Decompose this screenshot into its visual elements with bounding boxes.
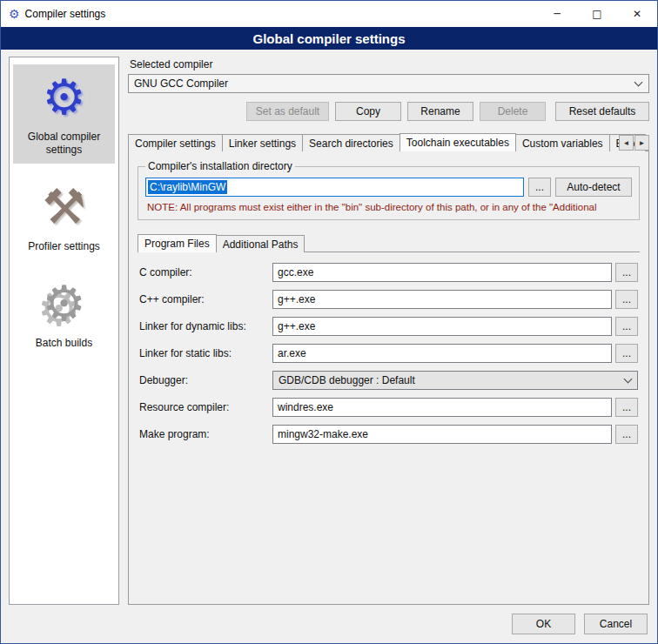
linker-dynamic-label: Linker for dynamic libs: [139,320,272,332]
field-row: Make program: mingw32-make.exe ... [139,425,638,444]
linker-static-input[interactable]: ar.exe [272,344,612,363]
titlebar: ⚙ Compiler settings ─ □ ✕ [1,1,657,27]
debugger-select[interactable]: GDB/CDB debugger : Default [272,371,638,390]
program-files-page: C compiler: gcc.exe ... C++ compiler: g+… [138,252,640,597]
cpp-compiler-input[interactable]: g++.exe [272,290,612,309]
cpp-compiler-value: g++.exe [278,293,315,305]
selected-compiler-label: Selected compiler [130,58,649,70]
subtab-program-files[interactable]: Program Files [138,234,217,252]
debugger-value: GDB/CDB debugger : Default [279,374,620,386]
delete-button[interactable]: Delete [480,102,546,121]
installation-directory-group: Compiler's installation directory C:\ray… [138,160,640,220]
field-row: C compiler: gcc.exe ... [139,263,638,282]
linker-static-value: ar.exe [278,347,306,359]
field-row: C++ compiler: g++.exe ... [139,290,638,309]
sidebar-item-profiler-settings[interactable]: ⚒ Profiler settings [13,174,115,260]
browse-linker-static-button[interactable]: ... [615,344,638,363]
sidebar: ⚙ Global compiler settings ⚒ Profiler se… [9,57,119,605]
compiler-select-value: GNU GCC Compiler [134,77,630,90]
tab-scroll-left-icon[interactable]: ◄ [619,135,634,151]
field-row: Linker for dynamic libs: g++.exe ... [139,317,638,336]
dialog-footer: OK Cancel [1,610,657,643]
sidebar-item-label: Global compiler settings [15,131,113,157]
maximize-button[interactable]: □ [577,1,617,27]
field-row: Debugger: GDB/CDB debugger : Default [139,371,638,390]
field-row: Resource compiler: windres.exe ... [139,398,638,417]
page-title: Global compiler settings [1,27,657,50]
tab-scroll-right-icon[interactable]: ► [634,135,649,151]
tab-toolchain-executables[interactable]: Toolchain executables [400,133,516,151]
window-title: Compiler settings [25,8,106,20]
installation-directory-group-title: Compiler's installation directory [145,160,295,172]
c-compiler-input[interactable]: gcc.exe [272,263,612,282]
subtab-underline [304,234,640,252]
blue-gear-icon: ⚙ [42,70,85,127]
linker-dynamic-input[interactable]: g++.exe [272,317,612,336]
cpp-compiler-label: C++ compiler: [139,293,272,305]
browse-cpp-compiler-button[interactable]: ... [615,290,638,309]
field-row: Linker for static libs: ar.exe ... [139,344,638,363]
subtab-additional-paths[interactable]: Additional Paths [216,235,306,252]
sidebar-item-label: Batch builds [36,337,92,350]
tab-linker-settings[interactable]: Linker settings [222,134,303,151]
auto-detect-button[interactable]: Auto-detect [555,178,632,197]
debugger-label: Debugger: [139,374,272,386]
cancel-button[interactable]: Cancel [584,614,648,634]
rename-button[interactable]: Rename [407,102,473,121]
tab-search-directories[interactable]: Search directories [302,134,400,151]
resource-compiler-label: Resource compiler: [139,401,272,413]
browse-resource-compiler-button[interactable]: ... [615,398,638,417]
reset-defaults-button[interactable]: Reset defaults [555,102,649,121]
resource-compiler-value: windres.exe [278,401,333,413]
linker-static-label: Linker for static libs: [139,347,272,359]
tab-custom-variables[interactable]: Custom variables [515,134,610,151]
note-text: NOTE: All programs must exist either in … [147,202,632,212]
gear-stack-icon: ⚙ [42,276,85,333]
c-compiler-value: gcc.exe [278,266,313,278]
linker-dynamic-value: g++.exe [278,320,315,332]
chevron-down-icon [624,375,633,384]
set-as-default-button[interactable]: Set as default [246,102,329,121]
resource-compiler-input[interactable]: windres.exe [272,398,612,417]
c-compiler-label: C compiler: [139,266,272,278]
settings-tabstrip: Compiler settings Linker settings Search… [128,133,649,151]
minimize-button[interactable]: ─ [537,1,577,27]
chevron-down-icon [634,78,643,87]
browse-linker-dynamic-button[interactable]: ... [615,317,638,336]
profiler-tool-icon: ⚒ [42,179,85,237]
copy-button[interactable]: Copy [335,102,401,121]
sidebar-item-label: Profiler settings [28,240,100,253]
installation-directory-value: C:\raylib\MinGW [148,180,227,194]
ok-button[interactable]: OK [512,614,575,634]
tab-compiler-settings[interactable]: Compiler settings [128,134,223,151]
compiler-select[interactable]: GNU GCC Compiler [128,74,649,93]
app-gear-icon: ⚙ [9,8,20,20]
make-program-input[interactable]: mingw32-make.exe [272,425,612,444]
browse-directory-button[interactable]: ... [528,178,551,197]
program-files-tabstrip: Program Files Additional Paths [138,234,640,252]
compiler-settings-dialog: ⚙ Compiler settings ─ □ ✕ Global compile… [0,0,658,644]
make-program-value: mingw32-make.exe [278,428,368,440]
browse-c-compiler-button[interactable]: ... [615,263,638,282]
installation-directory-input[interactable]: C:\raylib\MinGW [145,178,524,197]
browse-make-program-button[interactable]: ... [615,425,638,444]
sidebar-item-global-compiler-settings[interactable]: ⚙ Global compiler settings [13,64,115,164]
toolchain-executables-page: Compiler's installation directory C:\ray… [128,151,649,605]
sidebar-item-batch-builds[interactable]: ⚙ Batch builds [13,271,115,357]
make-program-label: Make program: [139,428,272,440]
close-button[interactable]: ✕ [617,1,657,27]
